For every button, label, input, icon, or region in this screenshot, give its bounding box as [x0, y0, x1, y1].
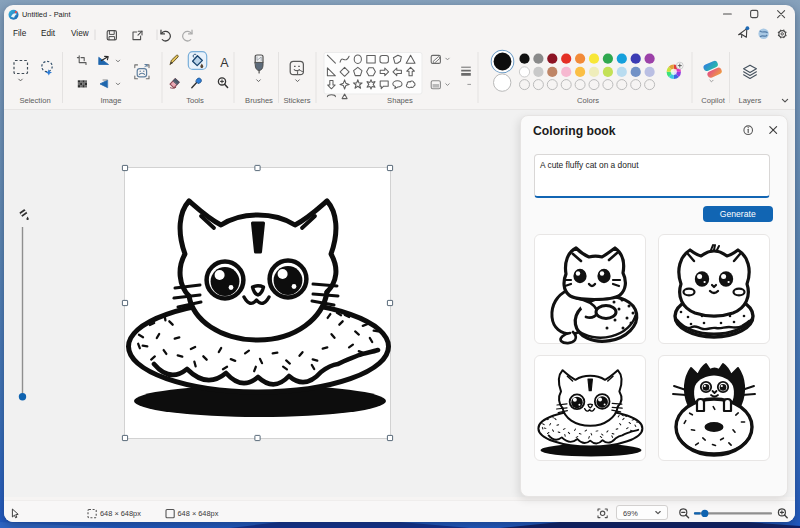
- svg-text:A: A: [220, 56, 229, 70]
